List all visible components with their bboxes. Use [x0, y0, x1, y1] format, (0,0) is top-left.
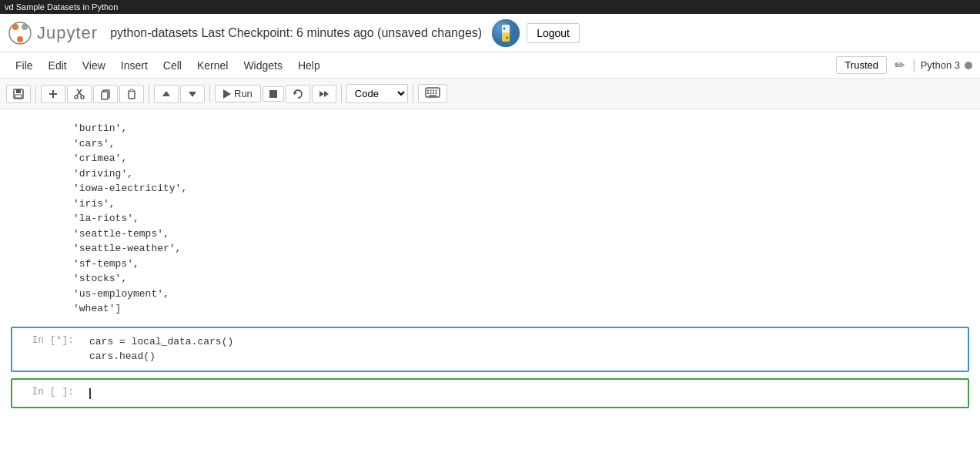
edit-notebook-name-button[interactable]: ✏ [891, 56, 908, 74]
output-cell-box: 'burtin', 'cars', 'crimea', 'driving', '… [11, 117, 969, 320]
copy-button[interactable] [93, 85, 118, 103]
kernel-status-dot [965, 62, 972, 69]
cut-button[interactable] [67, 85, 92, 103]
svg-marker-21 [162, 91, 170, 96]
toolbar-sep-5 [413, 85, 413, 103]
svg-rect-9 [16, 89, 21, 93]
cell-prompt-empty: In [ ]: [12, 380, 82, 408]
output-line-6: 'la-riots', [73, 211, 965, 226]
jupyter-logo: Jupyter [8, 21, 98, 45]
cell-code-running[interactable]: cars = local_data.cars() cars.head() [82, 328, 968, 371]
menu-insert[interactable]: Insert [113, 56, 156, 75]
paste-button[interactable] [119, 85, 144, 103]
copy-icon [99, 88, 112, 100]
svg-rect-30 [430, 90, 431, 92]
kernel-status: Python 3 [921, 59, 972, 71]
svg-rect-18 [102, 92, 108, 99]
restart-button[interactable] [286, 85, 310, 103]
menubar: File Edit View Insert Cell Kernel Widget… [0, 52, 980, 79]
paste-icon [125, 88, 138, 100]
keyboard-shortcuts-button[interactable] [418, 84, 447, 103]
menu-right: Trusted ✏ | Python 3 [836, 56, 972, 74]
svg-marker-27 [324, 91, 329, 97]
toolbar: Run Code [0, 79, 980, 109]
cell-inner-2: In [ ]: [12, 380, 968, 408]
output-line-4: 'iowa-electricity', [73, 181, 965, 196]
jupyter-logo-icon [8, 21, 32, 45]
up-arrow-icon [160, 88, 172, 100]
keyboard-icon [425, 87, 440, 98]
output-line-11: 'us-employment', [73, 287, 965, 302]
notebook-title-area: python-datasets Last Checkpoint: 6 minut… [110, 26, 482, 40]
output-content: 'burtin', 'cars', 'crimea', 'driving', '… [65, 118, 968, 320]
title-bar-text: vd Sample Datasets in Python [5, 2, 118, 12]
stop-icon [269, 89, 278, 99]
jupyter-text: Jupyter [37, 23, 98, 43]
add-cell-button[interactable] [41, 85, 65, 103]
menu-edit[interactable]: Edit [41, 56, 75, 75]
svg-marker-22 [189, 92, 196, 97]
svg-point-2 [22, 24, 28, 30]
header: Jupyter python-datasets Last Checkpoint:… [0, 14, 980, 52]
svg-rect-24 [269, 90, 277, 98]
toolbar-sep-2 [149, 85, 149, 103]
svg-rect-37 [429, 96, 436, 97]
notebook-area: 'burtin', 'cars', 'crimea', 'driving', '… [0, 109, 980, 422]
output-line-0: 'burtin', [73, 121, 965, 136]
toolbar-sep-1 [35, 85, 36, 103]
svg-marker-26 [319, 91, 324, 97]
save-icon [12, 88, 25, 100]
code-line-1: cars.head() [89, 349, 960, 364]
running-code-cell[interactable]: In [*]: cars = local_data.cars() cars.he… [11, 327, 969, 372]
output-line-5: 'iris', [73, 196, 965, 212]
svg-rect-32 [435, 90, 436, 92]
cell-type-select[interactable]: Code [346, 84, 408, 103]
title-bar: vd Sample Datasets in Python [0, 0, 980, 14]
output-line-2: 'crimea', [73, 151, 965, 166]
cell-inner: In [*]: cars = local_data.cars() cars.he… [12, 328, 968, 371]
output-line-10: 'stocks', [73, 271, 965, 287]
menu-widgets[interactable]: Widgets [236, 56, 290, 75]
svg-point-15 [75, 96, 78, 99]
output-line-7: 'seattle-temps', [73, 226, 965, 242]
code-line-0: cars = local_data.cars() [89, 334, 960, 350]
svg-marker-23 [223, 89, 231, 99]
logout-button[interactable]: Logout [527, 23, 580, 43]
output-line-9: 'sf-temps', [73, 257, 965, 272]
svg-rect-35 [433, 92, 434, 94]
svg-rect-20 [130, 89, 133, 92]
svg-rect-33 [427, 92, 429, 94]
restart-run-button[interactable] [312, 85, 336, 103]
fast-forward-icon [318, 88, 330, 100]
restart-icon [292, 88, 304, 100]
output-line-8: 'seattle-weather', [73, 241, 965, 257]
run-button[interactable]: Run [215, 85, 261, 102]
python-logo-icon [491, 18, 520, 48]
menu-help[interactable]: Help [290, 56, 328, 75]
plus-icon [47, 88, 59, 100]
menu-file[interactable]: File [8, 56, 41, 75]
cut-icon [73, 88, 85, 100]
svg-rect-10 [15, 95, 22, 98]
cell-code-empty[interactable] [82, 380, 968, 408]
menu-cell[interactable]: Cell [156, 56, 189, 75]
svg-rect-29 [427, 90, 429, 92]
svg-point-16 [81, 96, 84, 99]
text-cursor [89, 388, 91, 399]
selected-code-cell[interactable]: In [ ]: [11, 378, 969, 409]
notebook-title[interactable]: python-datasets Last Checkpoint: 6 minut… [110, 26, 482, 39]
svg-point-7 [507, 36, 509, 39]
svg-rect-34 [430, 92, 431, 94]
kernel-name: Python 3 [921, 59, 960, 71]
output-line-1: 'cars', [73, 136, 965, 152]
menu-view[interactable]: View [75, 56, 113, 75]
svg-point-1 [12, 24, 18, 30]
save-button[interactable] [6, 85, 31, 103]
cell-prompt-running: In [*]: [12, 328, 82, 371]
menu-kernel[interactable]: Kernel [189, 56, 236, 75]
stop-button[interactable] [263, 86, 284, 102]
move-down-button[interactable] [180, 85, 205, 103]
move-up-button[interactable] [154, 85, 179, 103]
trusted-button[interactable]: Trusted [836, 56, 887, 74]
down-arrow-icon [186, 88, 199, 100]
